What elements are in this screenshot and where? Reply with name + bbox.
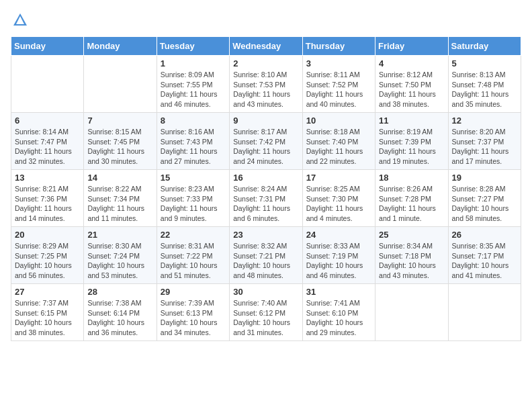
calendar-table: SundayMondayTuesdayWednesdayThursdayFrid… — [11, 36, 521, 341]
calendar-cell: 10Sunrise: 8:18 AM Sunset: 7:40 PM Dayli… — [302, 113, 375, 170]
calendar-cell — [375, 284, 448, 341]
day-info: Sunrise: 8:31 AM Sunset: 7:22 PM Dayligh… — [161, 241, 226, 281]
calendar-cell: 25Sunrise: 8:34 AM Sunset: 7:18 PM Dayli… — [375, 227, 448, 284]
header-monday: Monday — [84, 37, 157, 56]
calendar-cell: 15Sunrise: 8:23 AM Sunset: 7:33 PM Dayli… — [157, 170, 229, 227]
calendar-cell: 1Sunrise: 8:09 AM Sunset: 7:55 PM Daylig… — [157, 56, 229, 113]
day-number: 7 — [87, 116, 152, 126]
day-number: 15 — [161, 173, 226, 183]
day-number: 28 — [87, 287, 152, 297]
calendar-cell: 13Sunrise: 8:21 AM Sunset: 7:36 PM Dayli… — [11, 170, 84, 227]
calendar-cell — [84, 56, 157, 113]
calendar-cell: 21Sunrise: 8:30 AM Sunset: 7:24 PM Dayli… — [84, 227, 157, 284]
calendar-cell: 26Sunrise: 8:35 AM Sunset: 7:17 PM Dayli… — [448, 227, 521, 284]
day-info: Sunrise: 8:12 AM Sunset: 7:50 PM Dayligh… — [379, 70, 444, 109]
calendar-cell: 4Sunrise: 8:12 AM Sunset: 7:50 PM Daylig… — [375, 56, 448, 113]
calendar-cell: 6Sunrise: 8:14 AM Sunset: 7:47 PM Daylig… — [11, 113, 84, 170]
day-info: Sunrise: 8:28 AM Sunset: 7:27 PM Dayligh… — [452, 184, 517, 224]
header-friday: Friday — [375, 37, 448, 56]
day-number: 20 — [15, 230, 80, 240]
calendar-week-2: 13Sunrise: 8:21 AM Sunset: 7:36 PM Dayli… — [11, 170, 521, 227]
calendar-cell: 18Sunrise: 8:26 AM Sunset: 7:28 PM Dayli… — [375, 170, 448, 227]
calendar-cell: 11Sunrise: 8:19 AM Sunset: 7:39 PM Dayli… — [375, 113, 448, 170]
day-info: Sunrise: 8:09 AM Sunset: 7:55 PM Dayligh… — [161, 70, 226, 109]
day-number: 14 — [87, 173, 152, 183]
day-number: 26 — [452, 230, 517, 240]
day-number: 24 — [306, 230, 371, 240]
day-number: 19 — [452, 173, 517, 183]
day-info: Sunrise: 8:29 AM Sunset: 7:25 PM Dayligh… — [15, 241, 80, 281]
logo-icon — [11, 11, 30, 30]
day-info: Sunrise: 8:15 AM Sunset: 7:45 PM Dayligh… — [87, 127, 152, 167]
calendar-cell: 23Sunrise: 8:32 AM Sunset: 7:21 PM Dayli… — [230, 227, 302, 284]
day-info: Sunrise: 8:26 AM Sunset: 7:28 PM Dayligh… — [379, 184, 444, 224]
day-number: 27 — [15, 287, 80, 297]
day-number: 11 — [379, 116, 444, 126]
day-number: 17 — [306, 173, 371, 183]
calendar-cell: 31Sunrise: 7:41 AM Sunset: 6:10 PM Dayli… — [302, 284, 375, 341]
day-info: Sunrise: 8:21 AM Sunset: 7:36 PM Dayligh… — [15, 184, 80, 224]
day-info: Sunrise: 8:33 AM Sunset: 7:19 PM Dayligh… — [306, 241, 371, 281]
header-tuesday: Tuesday — [157, 37, 229, 56]
day-number: 31 — [306, 287, 371, 297]
day-info: Sunrise: 7:37 AM Sunset: 6:15 PM Dayligh… — [15, 298, 80, 338]
day-number: 25 — [379, 230, 444, 240]
day-number: 30 — [233, 287, 298, 297]
day-info: Sunrise: 8:18 AM Sunset: 7:40 PM Dayligh… — [306, 127, 371, 167]
day-number: 5 — [452, 58, 517, 68]
calendar-week-3: 20Sunrise: 8:29 AM Sunset: 7:25 PM Dayli… — [11, 227, 521, 284]
day-info: Sunrise: 8:20 AM Sunset: 7:37 PM Dayligh… — [452, 127, 517, 167]
page-header — [11, 11, 521, 30]
header-sunday: Sunday — [11, 37, 84, 56]
day-number: 9 — [233, 116, 298, 126]
day-info: Sunrise: 8:30 AM Sunset: 7:24 PM Dayligh… — [87, 241, 152, 281]
calendar-cell: 29Sunrise: 7:39 AM Sunset: 6:13 PM Dayli… — [157, 284, 229, 341]
calendar-cell: 24Sunrise: 8:33 AM Sunset: 7:19 PM Dayli… — [302, 227, 375, 284]
day-number: 8 — [161, 116, 226, 126]
header-wednesday: Wednesday — [230, 37, 302, 56]
header-saturday: Saturday — [448, 37, 521, 56]
calendar-cell: 2Sunrise: 8:10 AM Sunset: 7:53 PM Daylig… — [230, 56, 302, 113]
day-number: 23 — [233, 230, 298, 240]
day-info: Sunrise: 8:16 AM Sunset: 7:43 PM Dayligh… — [161, 127, 226, 167]
calendar-cell: 7Sunrise: 8:15 AM Sunset: 7:45 PM Daylig… — [84, 113, 157, 170]
calendar-cell: 3Sunrise: 8:11 AM Sunset: 7:52 PM Daylig… — [302, 56, 375, 113]
calendar-header-row: SundayMondayTuesdayWednesdayThursdayFrid… — [11, 37, 521, 56]
logo — [11, 11, 32, 30]
calendar-cell: 28Sunrise: 7:38 AM Sunset: 6:14 PM Dayli… — [84, 284, 157, 341]
day-info: Sunrise: 8:32 AM Sunset: 7:21 PM Dayligh… — [233, 241, 298, 281]
calendar-cell: 8Sunrise: 8:16 AM Sunset: 7:43 PM Daylig… — [157, 113, 229, 170]
calendar-week-4: 27Sunrise: 7:37 AM Sunset: 6:15 PM Dayli… — [11, 284, 521, 341]
day-number: 18 — [379, 173, 444, 183]
day-info: Sunrise: 8:17 AM Sunset: 7:42 PM Dayligh… — [233, 127, 298, 167]
day-number: 3 — [306, 58, 371, 68]
day-number: 16 — [233, 173, 298, 183]
calendar-cell: 16Sunrise: 8:24 AM Sunset: 7:31 PM Dayli… — [230, 170, 302, 227]
day-info: Sunrise: 8:24 AM Sunset: 7:31 PM Dayligh… — [233, 184, 298, 224]
day-info: Sunrise: 7:41 AM Sunset: 6:10 PM Dayligh… — [306, 298, 371, 338]
calendar-cell — [11, 56, 84, 113]
day-info: Sunrise: 8:35 AM Sunset: 7:17 PM Dayligh… — [452, 241, 517, 281]
day-number: 2 — [233, 58, 298, 68]
calendar-cell: 5Sunrise: 8:13 AM Sunset: 7:48 PM Daylig… — [448, 56, 521, 113]
calendar-cell: 22Sunrise: 8:31 AM Sunset: 7:22 PM Dayli… — [157, 227, 229, 284]
day-info: Sunrise: 8:34 AM Sunset: 7:18 PM Dayligh… — [379, 241, 444, 281]
calendar-cell: 19Sunrise: 8:28 AM Sunset: 7:27 PM Dayli… — [448, 170, 521, 227]
day-number: 4 — [379, 58, 444, 68]
day-info: Sunrise: 8:11 AM Sunset: 7:52 PM Dayligh… — [306, 70, 371, 109]
day-number: 10 — [306, 116, 371, 126]
header-thursday: Thursday — [302, 37, 375, 56]
day-info: Sunrise: 7:40 AM Sunset: 6:12 PM Dayligh… — [233, 298, 298, 338]
day-number: 21 — [87, 230, 152, 240]
day-number: 13 — [15, 173, 80, 183]
calendar-cell: 12Sunrise: 8:20 AM Sunset: 7:37 PM Dayli… — [448, 113, 521, 170]
day-number: 29 — [161, 287, 226, 297]
day-info: Sunrise: 8:23 AM Sunset: 7:33 PM Dayligh… — [161, 184, 226, 224]
calendar-cell — [448, 284, 521, 341]
day-number: 6 — [15, 116, 80, 126]
day-number: 12 — [452, 116, 517, 126]
calendar-cell: 30Sunrise: 7:40 AM Sunset: 6:12 PM Dayli… — [230, 284, 302, 341]
day-info: Sunrise: 7:38 AM Sunset: 6:14 PM Dayligh… — [87, 298, 152, 338]
day-info: Sunrise: 7:39 AM Sunset: 6:13 PM Dayligh… — [161, 298, 226, 338]
day-info: Sunrise: 8:22 AM Sunset: 7:34 PM Dayligh… — [87, 184, 152, 224]
